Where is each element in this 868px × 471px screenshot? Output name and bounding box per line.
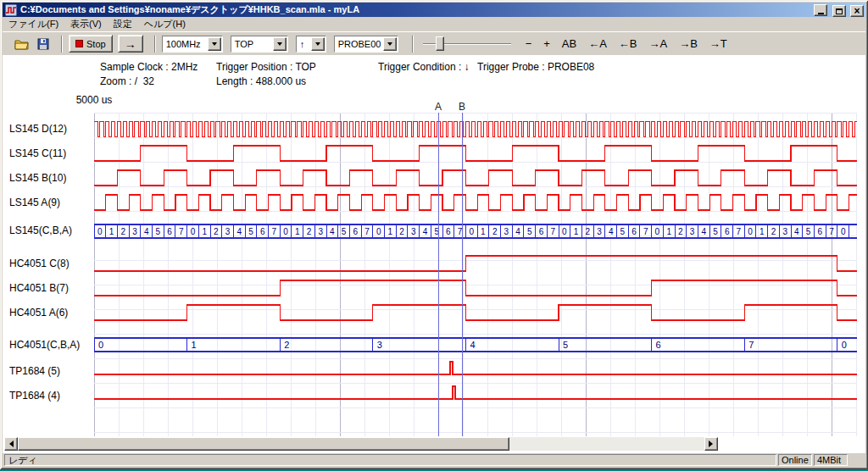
run-button[interactable]: → [118, 35, 143, 53]
svg-text:4: 4 [237, 227, 242, 236]
svg-text:6: 6 [632, 227, 637, 236]
svg-text:1: 1 [388, 227, 393, 236]
goto-b-left-button[interactable]: ←B [615, 36, 641, 52]
trigger-position-value: TOP [231, 39, 273, 49]
svg-text:1: 1 [481, 227, 486, 236]
svg-text:3: 3 [377, 340, 382, 350]
svg-text:0: 0 [748, 227, 753, 236]
client-area: Sample Clock : 2MHz Trigger Position : T… [3, 55, 865, 453]
svg-text:3: 3 [504, 227, 509, 236]
stop-icon [75, 40, 83, 47]
chevron-down-icon[interactable] [273, 37, 287, 51]
window-controls: × [813, 3, 864, 18]
menu-help[interactable]: ヘルプ(H) [138, 16, 192, 32]
svg-text:7: 7 [748, 340, 754, 350]
horizontal-scrollbar[interactable] [4, 437, 718, 451]
svg-text:5: 5 [620, 227, 626, 236]
scroll-left-button[interactable] [4, 437, 18, 451]
svg-text:6: 6 [446, 227, 451, 236]
svg-text:3: 3 [782, 227, 787, 236]
svg-text:2: 2 [492, 227, 498, 236]
save-file-button[interactable] [33, 35, 53, 53]
svg-text:7: 7 [364, 227, 370, 236]
run-arrow-icon: → [125, 37, 136, 51]
goto-a-right-button[interactable]: →A [646, 36, 671, 52]
chevron-down-icon[interactable] [383, 37, 397, 51]
toolbar-separator [154, 36, 156, 53]
svg-text:1: 1 [666, 227, 671, 236]
goto-trigger-button[interactable]: →T [706, 36, 731, 52]
svg-text:0: 0 [376, 227, 381, 236]
svg-text:5: 5 [806, 227, 811, 236]
zoom-slider[interactable] [423, 36, 511, 53]
maximize-icon [836, 8, 843, 14]
svg-text:0: 0 [842, 340, 847, 350]
ab-button[interactable]: AB [559, 36, 580, 52]
svg-text:4: 4 [423, 227, 428, 236]
svg-text:2: 2 [678, 227, 683, 236]
svg-text:3: 3 [132, 227, 137, 236]
scroll-right-button[interactable] [704, 437, 718, 451]
toolbar-separator [61, 36, 63, 53]
chevron-down-icon[interactable] [208, 37, 221, 51]
chevron-down-icon[interactable] [311, 37, 325, 51]
sample-clock-value: 100MHz [163, 39, 208, 49]
close-button[interactable]: × [850, 5, 864, 17]
svg-text:7: 7 [829, 227, 834, 236]
scrollbar-track[interactable] [18, 437, 704, 451]
svg-text:5: 5 [156, 227, 161, 236]
menu-file[interactable]: ファイル(F) [3, 16, 64, 32]
waveform-display[interactable]: 0123456701234567012345670123456701234567… [3, 55, 862, 453]
minimize-button[interactable] [814, 4, 827, 16]
svg-text:5: 5 [434, 227, 439, 236]
stop-label: Stop [86, 39, 106, 49]
goto-b-right-button[interactable]: →B [676, 36, 701, 52]
svg-text:3: 3 [225, 227, 231, 236]
svg-text:1: 1 [202, 227, 207, 236]
scrollbar-thumb[interactable] [18, 437, 509, 451]
svg-text:7: 7 [272, 227, 277, 236]
open-folder-icon [14, 38, 29, 50]
stop-button[interactable]: Stop [69, 35, 113, 53]
svg-text:0: 0 [283, 227, 288, 236]
open-file-button[interactable] [11, 35, 31, 53]
svg-text:3: 3 [690, 227, 695, 236]
maximize-button[interactable] [832, 5, 846, 17]
toolbar-separator [412, 36, 414, 53]
svg-text:2: 2 [214, 227, 219, 236]
svg-text:4: 4 [330, 227, 335, 236]
svg-text:0: 0 [97, 227, 103, 236]
minimize-icon [818, 13, 824, 14]
trigger-edge-combo[interactable]: ↑ [296, 36, 326, 53]
goto-a-left-button[interactable]: ←A [585, 36, 610, 52]
zoom-in-button[interactable]: + [540, 36, 554, 52]
slider-thumb[interactable] [436, 36, 444, 51]
svg-text:6: 6 [818, 227, 823, 236]
svg-text:5: 5 [713, 227, 718, 236]
statusbar: レディ Online 4MBit [3, 453, 865, 468]
svg-text:6: 6 [353, 227, 359, 236]
online-status: Online [778, 454, 812, 466]
svg-text:0: 0 [470, 227, 475, 236]
app-icon [5, 4, 17, 16]
probe-combo[interactable]: PROBE00 [334, 36, 398, 53]
svg-text:7: 7 [179, 227, 184, 236]
zoom-out-button[interactable]: − [522, 36, 536, 52]
svg-text:3: 3 [318, 227, 323, 236]
menu-settings[interactable]: 設定 [108, 16, 138, 32]
svg-text:7: 7 [737, 227, 742, 236]
svg-text:4: 4 [515, 227, 520, 236]
window-title: C:¥Documents and Settings¥noname¥デスクトップ¥… [20, 3, 813, 16]
menu-view[interactable]: 表示(V) [64, 16, 108, 32]
menubar: ファイル(F) 表示(V) 設定 ヘルプ(H) [3, 17, 865, 31]
trigger-position-combo[interactable]: TOP [231, 36, 288, 53]
svg-text:0: 0 [191, 227, 196, 236]
sample-clock-combo[interactable]: 100MHz [162, 36, 223, 53]
svg-text:7: 7 [643, 227, 648, 236]
svg-text:5: 5 [248, 227, 253, 236]
titlebar[interactable]: C:¥Documents and Settings¥noname¥デスクトップ¥… [3, 3, 865, 17]
svg-text:5: 5 [563, 340, 568, 350]
svg-text:1: 1 [574, 227, 579, 236]
memory-status: 4MBit [814, 454, 848, 466]
triangle-right-icon [709, 441, 716, 447]
